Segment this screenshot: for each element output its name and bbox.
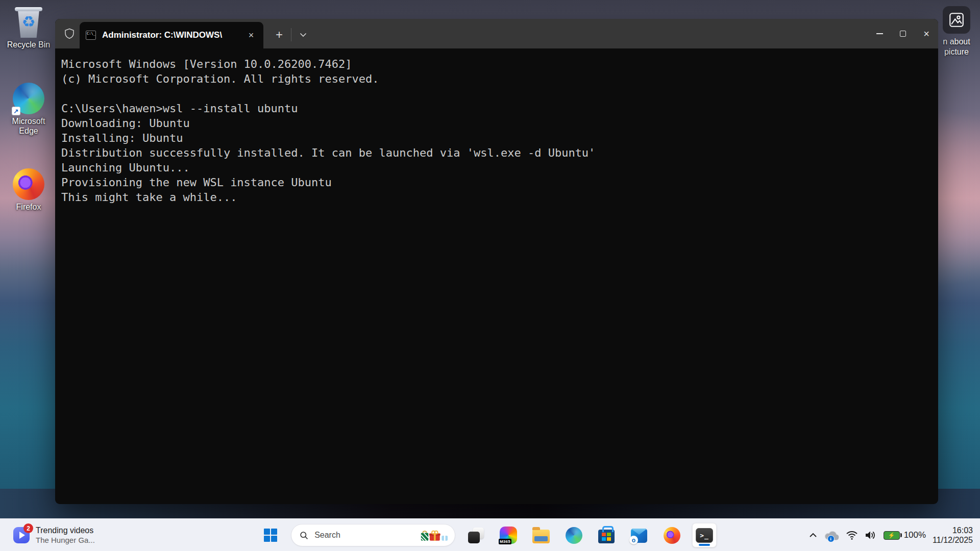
widget-title: Trending videos [36,525,95,535]
new-tab-button[interactable]: + [272,27,287,42]
file-explorer-icon [532,530,550,543]
edge-icon: ↗ [13,83,44,114]
minimize-button[interactable] [868,19,891,48]
terminal-line: C:\Users\hawen>wsl --install ubuntu [61,101,933,116]
terminal-titlebar[interactable]: C:\_ Administrator: C:\WINDOWS\ × + × [55,19,938,48]
terminal-line: Downloading: Ubuntu [61,116,933,131]
m365-label: M365 [499,539,511,544]
maximize-icon [900,31,906,37]
widget-subtitle: The Hunger Ga... [36,535,95,545]
widgets-button[interactable]: 2 Trending videos The Hunger Ga... [9,519,99,551]
tabbar-divider [291,28,291,41]
terminal-line: This might take a while... [61,190,933,205]
battery-percent: 100% [904,530,926,540]
desktop-icon-label: Recycle Bin [7,40,50,49]
wifi-icon [846,530,858,540]
clock-time: 16:03 [933,525,973,535]
outlook-icon: o [631,529,647,543]
terminal-line: Microsoft Windows [Version 10.0.26200.74… [61,57,933,71]
terminal-tab[interactable]: C:\_ Administrator: C:\WINDOWS\ × [80,22,263,48]
maximize-button[interactable] [891,19,915,48]
widget-badge: 2 [23,523,33,533]
windows-logo-icon [264,529,277,542]
edge-icon [566,527,582,544]
terminal-icon: >_ [696,528,713,543]
start-button[interactable] [258,523,283,547]
task-view-button[interactable] [463,523,488,547]
microsoft-store-icon [598,530,615,543]
recycle-symbol-icon: ♻ [14,14,43,30]
terminal-line: Installing: Ubuntu [61,131,933,145]
recycle-bin-icon: ♻ [14,7,43,38]
chevron-up-icon [809,533,817,538]
terminal-output[interactable]: Microsoft Windows [Version 10.0.26200.74… [55,48,938,205]
play-icon [19,532,25,539]
holiday-gifts-icon [420,528,449,542]
taskbar: 2 Trending videos The Hunger Ga... [0,518,980,551]
minimize-icon [876,33,883,34]
spotlight-label-line1: n about [943,37,970,47]
firefox-button[interactable] [659,523,684,547]
search-icon [300,531,308,540]
tab-dropdown-button[interactable] [296,27,311,42]
terminal-window: C:\_ Administrator: C:\WINDOWS\ × + × Mi… [55,19,938,504]
desktop-icon-microsoft-edge[interactable]: ↗ Microsoft Edge [4,83,53,136]
close-icon: × [923,29,929,39]
search-input[interactable] [314,531,420,540]
picture-icon [943,6,970,34]
tray-overflow-button[interactable] [809,533,817,538]
firefox-icon [664,527,680,544]
charging-bolt-icon: ⚡ [888,533,895,538]
tab-title: Administrator: C:\WINDOWS\ [102,30,222,40]
tab-close-button[interactable]: × [245,29,257,41]
clock[interactable]: 16:03 11/12/2025 [933,525,973,545]
desktop-icon-label: Firefox [16,202,41,212]
desktop-icon-firefox[interactable]: Firefox [4,168,53,212]
terminal-line: Distribution successfully installed. It … [61,145,933,160]
m365-copilot-button[interactable]: M365 [496,523,521,547]
onedrive-tray-button[interactable]: i [824,530,839,541]
speaker-icon [865,530,877,540]
active-app-indicator [699,544,710,546]
desktop-icon-label: Microsoft Edge [4,116,53,136]
clock-date: 11/12/2025 [933,535,973,545]
battery-tray-button[interactable]: ⚡ 100% [884,530,926,540]
shortcut-arrow-icon: ↗ [12,107,20,115]
close-button[interactable]: × [915,19,938,48]
desktop: ♻ Recycle Bin ↗ Microsoft Edge Firefox n… [0,0,980,551]
cmd-icon: C:\_ [86,31,96,40]
wifi-tray-button[interactable] [846,530,858,540]
outlook-button[interactable]: o [627,523,651,547]
widgets-icon: 2 [13,527,30,543]
volume-tray-button[interactable] [865,530,877,540]
edge-button[interactable] [561,523,586,547]
microsoft-store-button[interactable] [594,523,619,547]
file-explorer-button[interactable] [529,523,553,547]
onedrive-info-badge: i [827,535,835,542]
search-box[interactable] [291,524,455,546]
desktop-icon-recycle-bin[interactable]: ♻ Recycle Bin [4,7,53,49]
terminal-button-active[interactable]: >_ [692,523,717,547]
chevron-down-icon [300,33,307,37]
terminal-line: (c) Microsoft Corporation. All rights re… [61,71,933,86]
desktop-icon-spotlight[interactable]: n about picture [932,6,980,57]
firefox-icon [13,168,44,200]
terminal-line: Provisioning the new WSL instance Ubuntu [61,175,933,190]
admin-shield-icon [63,28,76,40]
m365-copilot-icon: M365 [500,527,517,544]
battery-icon: ⚡ [884,531,900,540]
terminal-line: Launching Ubuntu... [61,160,933,175]
spotlight-label-line2: picture [943,47,970,57]
terminal-line [61,86,933,101]
